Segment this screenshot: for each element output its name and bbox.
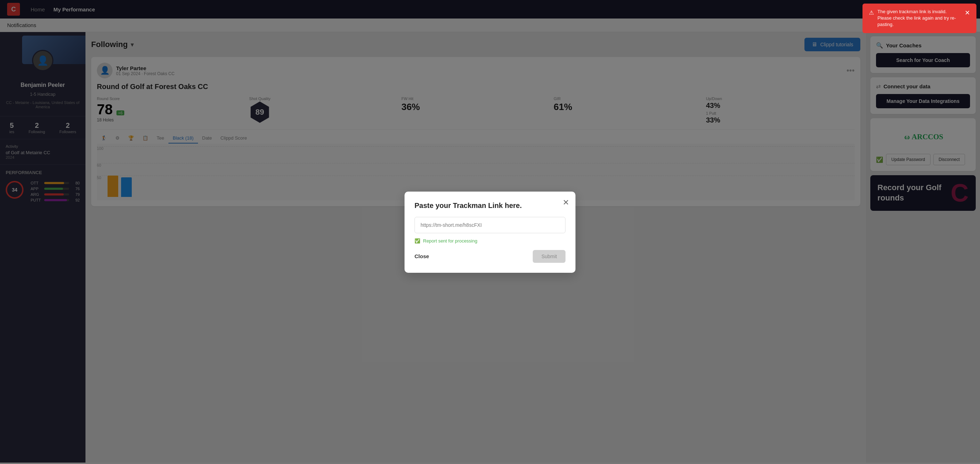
modal-actions: Close Submit: [415, 250, 565, 263]
modal-close-x-button[interactable]: ✕: [563, 198, 569, 207]
warning-icon: ⚠: [869, 9, 874, 17]
trackman-modal: Paste your Trackman Link here. ✕ ✅ Repor…: [404, 192, 576, 273]
modal-success-message: ✅ Report sent for processing: [415, 238, 565, 243]
error-message: The given trackman link is invalid. Plea…: [877, 8, 961, 28]
trackman-link-input[interactable]: [415, 217, 565, 233]
modal-close-button[interactable]: Close: [415, 250, 429, 262]
modal-overlay: Paste your Trackman Link here. ✕ ✅ Repor…: [0, 0, 980, 462]
error-close-button[interactable]: ✕: [965, 8, 970, 17]
modal-title: Paste your Trackman Link here.: [415, 202, 565, 210]
modal-submit-button[interactable]: Submit: [533, 250, 565, 263]
error-banner: ⚠ The given trackman link is invalid. Pl…: [862, 3, 977, 33]
check-circle-icon: ✅: [415, 238, 420, 243]
